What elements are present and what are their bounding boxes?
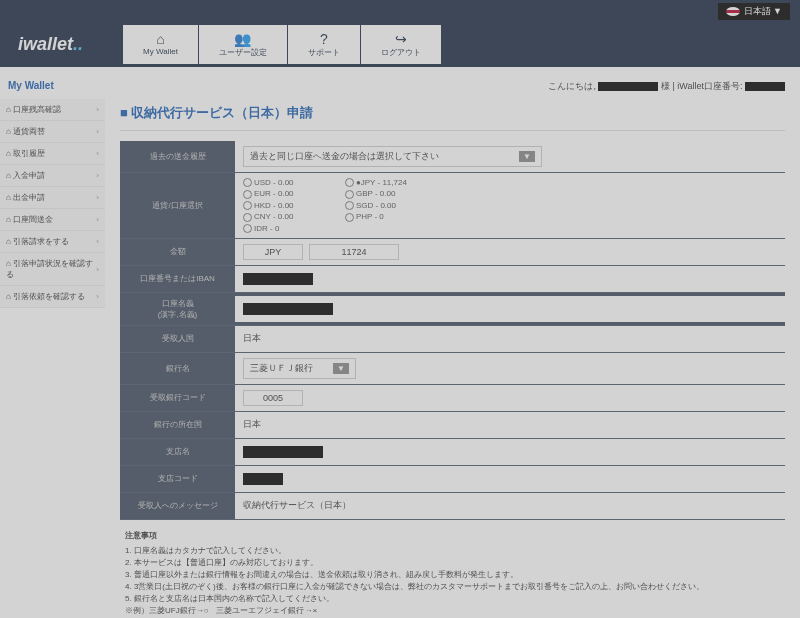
flag-icon xyxy=(726,7,740,16)
sidebar-item[interactable]: ⌂ 出金申請› xyxy=(0,187,105,209)
past-transfer-label: 過去の送金履歴 xyxy=(120,146,235,167)
branch-input[interactable] xyxy=(243,446,323,458)
nav-icon: ? xyxy=(308,31,340,47)
currency-label: 通貨/口座選択 xyxy=(120,195,235,216)
sidebar-item[interactable]: ⌂ 通貨両替› xyxy=(0,121,105,143)
sidebar-item[interactable]: ⌂ 引落依頼を確認する› xyxy=(0,286,105,308)
bank-label: 銀行名 xyxy=(120,358,235,379)
nav-icon: ⌂ xyxy=(143,31,178,47)
sidebar-title: My Wallet xyxy=(0,72,105,99)
chevron-right-icon: › xyxy=(96,292,99,301)
nav-tab[interactable]: ?サポート xyxy=(288,25,360,64)
past-transfer-select[interactable]: 過去と同じ口座へ送金の場合は選択して下さい▼ xyxy=(243,146,542,167)
bankcountry-label: 銀行の所在国 xyxy=(120,414,235,435)
chevron-right-icon: › xyxy=(96,171,99,180)
nav-tab[interactable]: ↪ログアウト xyxy=(361,25,441,64)
country-value: 日本 xyxy=(235,326,785,352)
chevron-right-icon: › xyxy=(96,193,99,202)
sidebar-item[interactable]: ⌂ 口座間送金› xyxy=(0,209,105,231)
chevron-right-icon: › xyxy=(96,127,99,136)
amount-input[interactable]: 11724 xyxy=(309,244,399,260)
language-selector[interactable]: 日本語 ▼ xyxy=(718,3,790,20)
country-label: 受取人国 xyxy=(120,328,235,349)
iban-label: 口座番号またはIBAN xyxy=(120,268,235,289)
sidebar-item[interactable]: ⌂ 引落申請状況を確認する› xyxy=(0,253,105,286)
chevron-down-icon: ▼ xyxy=(519,151,535,162)
branchcode-input[interactable] xyxy=(243,473,283,485)
user-bar: こんにちは, 様 | iWallet口座番号: xyxy=(120,77,785,96)
chevron-right-icon: › xyxy=(96,265,99,274)
sidebar-item[interactable]: ⌂ 取引履歴› xyxy=(0,143,105,165)
chevron-right-icon: › xyxy=(96,149,99,158)
bankcode-input[interactable]: 0005 xyxy=(243,390,303,406)
sidebar-item[interactable]: ⌂ 口座残高確認› xyxy=(0,99,105,121)
message-value: 収納代行サービス（日本） xyxy=(235,493,785,519)
page-title: ■ 収納代行サービス（日本）申請 xyxy=(120,96,785,131)
bankcode-label: 受取銀行コード xyxy=(120,387,235,408)
amount-currency: JPY xyxy=(243,244,303,260)
branchcode-label: 支店コード xyxy=(120,468,235,489)
chevron-right-icon: › xyxy=(96,215,99,224)
iban-input[interactable] xyxy=(243,273,313,285)
bankcountry-value: 日本 xyxy=(235,412,785,438)
currency-options[interactable]: USD - 0.00●JPY - 11,724EUR - 0.00GBP - 0… xyxy=(243,178,407,233)
chevron-down-icon: ▼ xyxy=(333,363,349,374)
sidebar: My Wallet ⌂ 口座残高確認›⌂ 通貨両替›⌂ 取引履歴›⌂ 入金申請›… xyxy=(0,67,105,618)
logo: iwallet.. xyxy=(18,34,83,55)
nav-tab[interactable]: 👥ユーザー設定 xyxy=(199,25,287,64)
bank-select[interactable]: 三菱ＵＦＪ銀行▼ xyxy=(243,358,356,379)
sidebar-item[interactable]: ⌂ 入金申請› xyxy=(0,165,105,187)
nav-tab[interactable]: ⌂My Wallet xyxy=(123,25,198,64)
chevron-right-icon: › xyxy=(96,105,99,114)
header: iwallet.. ⌂My Wallet👥ユーザー設定?サポート↪ログアウト xyxy=(0,22,800,67)
amount-label: 金額 xyxy=(120,241,235,262)
form-panel: 過去の送金履歴 過去と同じ口座へ送金の場合は選択して下さい▼ 通貨/口座選択 U… xyxy=(120,141,785,520)
nav-icon: ↪ xyxy=(381,31,421,47)
sidebar-item[interactable]: ⌂ 引落請求をする› xyxy=(0,231,105,253)
account-name-label: 口座名義 (漢字,名義) xyxy=(120,293,235,325)
message-label: 受取人へのメッセージ xyxy=(120,495,235,516)
account-name-input[interactable] xyxy=(243,303,333,315)
chevron-right-icon: › xyxy=(96,237,99,246)
notes-section: 注意事項 1. 口座名義はカタカナで記入してください。2. 本サービスは【普通口… xyxy=(120,520,785,618)
nav-icon: 👥 xyxy=(219,31,267,47)
branch-label: 支店名 xyxy=(120,441,235,462)
